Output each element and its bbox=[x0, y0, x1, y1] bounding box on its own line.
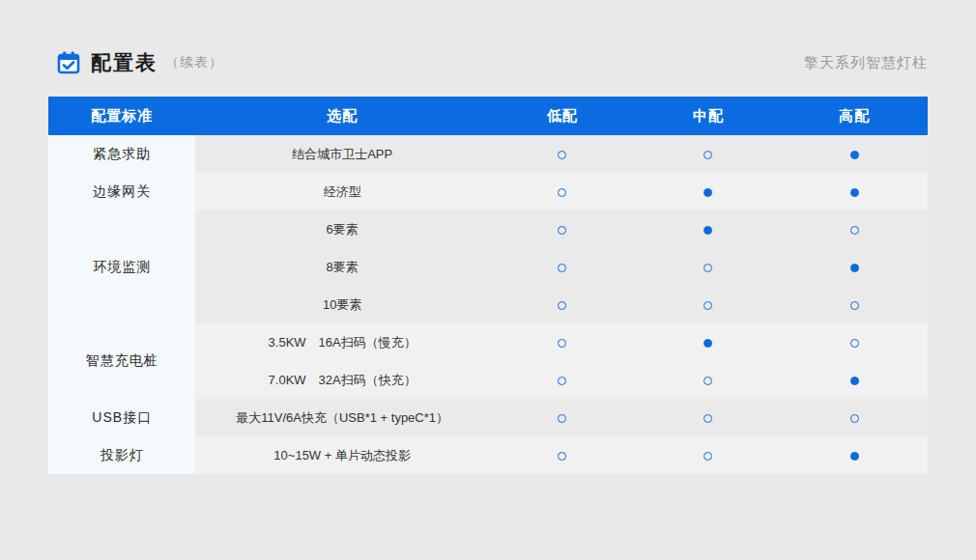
marker-filled-icon bbox=[850, 264, 859, 272]
tier-marker-cell bbox=[782, 399, 928, 436]
option-cell: 经济型 bbox=[195, 173, 489, 210]
header-tier-mid: 中配 bbox=[635, 97, 781, 135]
config-table: 配置标准 选配 低配 中配 高配 紧急求助结合城市卫士APP边缘网关经济型环境监… bbox=[48, 97, 928, 474]
marker-filled-icon bbox=[703, 226, 712, 235]
marker-open-icon bbox=[558, 188, 566, 197]
marker-open-icon bbox=[703, 414, 712, 423]
category-cell: USB接口 bbox=[48, 399, 195, 436]
marker-open-icon bbox=[558, 301, 566, 310]
table-row: USB接口最大11V/6A快充（USB*1 + typeC*1） bbox=[48, 399, 928, 436]
category-cell: 智慧充电桩 bbox=[48, 323, 195, 399]
table-row: 环境监测6要素 bbox=[48, 210, 928, 248]
tier-marker-cell bbox=[782, 135, 928, 173]
marker-filled-icon bbox=[703, 339, 712, 348]
marker-open-icon bbox=[703, 151, 712, 159]
marker-open-icon bbox=[703, 301, 712, 310]
tier-marker-cell bbox=[635, 210, 781, 248]
marker-open-icon bbox=[558, 151, 566, 159]
tier-marker-cell bbox=[489, 135, 635, 173]
page-subtitle: （续表） bbox=[165, 54, 223, 71]
tier-marker-cell bbox=[489, 286, 635, 323]
tier-marker-cell bbox=[782, 436, 928, 474]
table-header-row: 配置标准 选配 低配 中配 高配 bbox=[48, 97, 928, 135]
header-tier-low: 低配 bbox=[489, 97, 635, 135]
tier-marker-cell bbox=[635, 436, 781, 474]
marker-open-icon bbox=[850, 414, 859, 423]
marker-open-icon bbox=[703, 452, 712, 461]
tier-marker-cell bbox=[782, 323, 928, 361]
marker-open-icon bbox=[703, 377, 712, 385]
marker-filled-icon bbox=[850, 377, 859, 385]
marker-open-icon bbox=[850, 226, 859, 235]
page: 配置表 （续表） 擎天系列智慧灯柱 配置标准 选配 低配 中配 高配 紧急求助结… bbox=[0, 0, 976, 560]
marker-filled-icon bbox=[850, 151, 859, 159]
tier-marker-cell bbox=[489, 323, 635, 361]
option-cell: 8要素 bbox=[195, 248, 489, 286]
category-cell: 紧急求助 bbox=[48, 135, 195, 173]
tier-marker-cell bbox=[489, 248, 635, 286]
tier-marker-cell bbox=[782, 361, 928, 399]
header-category: 配置标准 bbox=[48, 97, 195, 135]
marker-filled-icon bbox=[850, 452, 859, 461]
option-cell: 3.5KW 16A扫码（慢充） bbox=[195, 323, 489, 361]
table-row: 投影灯10~15W + 单片动态投影 bbox=[48, 436, 928, 474]
option-cell: 7.0KW 32A扫码（快充） bbox=[195, 361, 489, 399]
option-cell: 10~15W + 单片动态投影 bbox=[195, 436, 489, 474]
tier-marker-cell bbox=[489, 210, 635, 248]
marker-filled-icon bbox=[703, 188, 712, 197]
tier-marker-cell bbox=[635, 399, 781, 436]
tier-marker-cell bbox=[782, 286, 928, 323]
marker-open-icon bbox=[558, 226, 566, 235]
calendar-check-icon bbox=[56, 50, 81, 75]
table-row: 边缘网关经济型 bbox=[48, 173, 928, 210]
tier-marker-cell bbox=[635, 135, 781, 173]
series-title: 擎天系列智慧灯柱 bbox=[804, 54, 928, 72]
marker-open-icon bbox=[558, 377, 566, 385]
option-cell: 10要素 bbox=[195, 286, 489, 323]
marker-open-icon bbox=[558, 264, 566, 272]
marker-open-icon bbox=[850, 339, 859, 348]
tier-marker-cell bbox=[782, 248, 928, 286]
marker-open-icon bbox=[558, 339, 566, 348]
category-cell: 边缘网关 bbox=[48, 173, 195, 210]
marker-open-icon bbox=[558, 452, 566, 461]
header-tier-high: 高配 bbox=[782, 97, 928, 135]
config-table-wrap: 配置标准 选配 低配 中配 高配 紧急求助结合城市卫士APP边缘网关经济型环境监… bbox=[48, 97, 928, 474]
category-cell: 环境监测 bbox=[48, 210, 195, 323]
tier-marker-cell bbox=[635, 173, 781, 210]
option-cell: 最大11V/6A快充（USB*1 + typeC*1） bbox=[195, 399, 489, 436]
marker-filled-icon bbox=[850, 188, 859, 197]
tier-marker-cell bbox=[782, 210, 928, 248]
tier-marker-cell bbox=[635, 323, 781, 361]
marker-open-icon bbox=[558, 414, 566, 423]
option-cell: 结合城市卫士APP bbox=[195, 135, 489, 173]
tier-marker-cell bbox=[489, 361, 635, 399]
tier-marker-cell bbox=[635, 286, 781, 323]
tier-marker-cell bbox=[489, 399, 635, 436]
marker-open-icon bbox=[703, 264, 712, 272]
tier-marker-cell bbox=[635, 248, 781, 286]
page-title: 配置表 bbox=[91, 49, 158, 76]
marker-open-icon bbox=[850, 301, 859, 310]
tier-marker-cell bbox=[489, 173, 635, 210]
option-cell: 6要素 bbox=[195, 210, 489, 248]
tier-marker-cell bbox=[635, 361, 781, 399]
title-group: 配置表 （续表） bbox=[56, 49, 223, 76]
table-row: 智慧充电桩3.5KW 16A扫码（慢充） bbox=[48, 323, 928, 361]
tier-marker-cell bbox=[782, 173, 928, 210]
table-row: 紧急求助结合城市卫士APP bbox=[48, 135, 928, 173]
category-cell: 投影灯 bbox=[48, 436, 195, 474]
tier-marker-cell bbox=[489, 436, 635, 474]
header-option: 选配 bbox=[195, 97, 489, 135]
header-bar: 配置表 （续表） 擎天系列智慧灯柱 bbox=[56, 46, 928, 79]
